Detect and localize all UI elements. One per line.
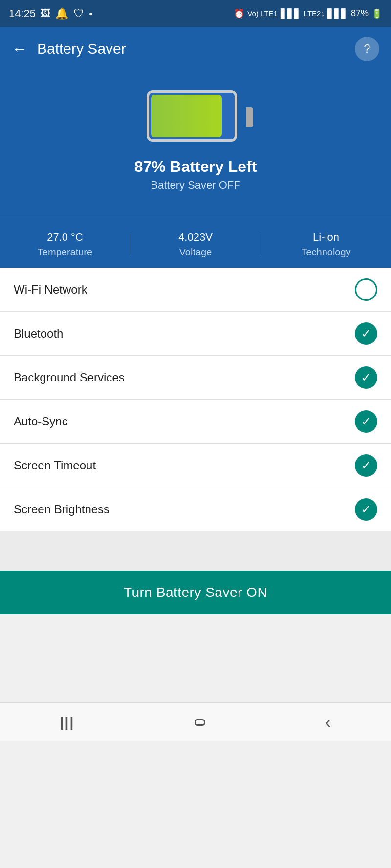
- alarm-icon: ⏰: [234, 8, 244, 19]
- bottom-spacer: [0, 614, 391, 702]
- voltage-value: 4.023V: [178, 231, 213, 244]
- battery-body: [147, 90, 237, 142]
- wifi-network-label: Wi-Fi Network: [14, 283, 87, 296]
- technology-stat: Li-ion Technology: [261, 231, 391, 258]
- status-bar-right: ⏰ Vo) LTE1 ▋▋▋ LTE2↕ ▋▋▋ 87% 🔋: [234, 8, 382, 19]
- back-button[interactable]: ←: [12, 40, 27, 58]
- screen-timeout-toggle[interactable]: ✓: [355, 454, 377, 477]
- auto-sync-item[interactable]: Auto-Sync ✓: [0, 400, 391, 444]
- battery-status-icon: 🔋: [371, 8, 382, 19]
- auto-sync-label: Auto-Sync: [14, 415, 68, 428]
- bluetooth-toggle[interactable]: ✓: [355, 322, 377, 345]
- wifi-network-item[interactable]: Wi-Fi Network: [0, 268, 391, 312]
- screen-timeout-item[interactable]: Screen Timeout ✓: [0, 444, 391, 487]
- bluetooth-label: Bluetooth: [14, 327, 63, 340]
- status-bar: 14:25 🖼 🔔 🛡 ● ⏰ Vo) LTE1 ▋▋▋ LTE2↕ ▋▋▋ 8…: [0, 0, 391, 27]
- signal-bars-icon: ▋▋▋: [281, 8, 301, 19]
- screen-brightness-item[interactable]: Screen Brightness ✓: [0, 487, 391, 531]
- page-title: Battery Saver: [37, 41, 126, 57]
- recent-apps-button[interactable]: |||: [60, 715, 75, 730]
- screen-brightness-toggle[interactable]: ✓: [355, 498, 377, 521]
- spacer-above-button: [0, 531, 391, 571]
- battery-percent-label: 87% Battery Left: [134, 158, 257, 176]
- battery-saver-status-label: Battery Saver OFF: [151, 179, 240, 191]
- stats-section: 27.0 °C Temperature 4.023V Voltage Li-io…: [0, 216, 391, 268]
- wifi-network-toggle[interactable]: [355, 278, 377, 301]
- nav-bar: ||| ‹: [0, 702, 391, 741]
- status-bar-left: 14:25 🖼 🔔 🛡 ●: [9, 7, 92, 20]
- signal-bars2-icon: ▋▋▋: [327, 8, 348, 19]
- background-services-toggle[interactable]: ✓: [355, 366, 377, 389]
- bluetooth-item[interactable]: Bluetooth ✓: [0, 312, 391, 356]
- voltage-label: Voltage: [179, 247, 212, 258]
- screen-brightness-label: Screen Brightness: [14, 503, 109, 516]
- shield-icon: 🛡: [73, 7, 84, 20]
- time-label: 14:25: [9, 7, 36, 20]
- image-icon: 🖼: [41, 8, 50, 19]
- battery-fill: [151, 95, 222, 137]
- battery-percent-status: 87%: [351, 8, 369, 19]
- temperature-value: 27.0 °C: [47, 231, 83, 244]
- back-nav-button[interactable]: ‹: [325, 712, 331, 733]
- home-button[interactable]: [195, 719, 205, 726]
- signal-lte2-label: LTE2↕: [304, 9, 325, 18]
- hero-section: 87% Battery Left Battery Saver OFF: [0, 71, 391, 216]
- technology-value: Li-ion: [313, 231, 339, 244]
- temperature-stat: 27.0 °C Temperature: [0, 231, 130, 258]
- technology-label: Technology: [301, 247, 350, 258]
- settings-list: Wi-Fi Network Bluetooth ✓ Background Ser…: [0, 268, 391, 531]
- notification-icon: 🔔: [55, 7, 68, 20]
- app-bar-left: ← Battery Saver: [12, 40, 126, 58]
- dot-icon: ●: [89, 10, 92, 17]
- app-bar: ← Battery Saver ?: [0, 27, 391, 71]
- screen-timeout-label: Screen Timeout: [14, 459, 96, 472]
- temperature-label: Temperature: [38, 247, 92, 258]
- battery-graphic: [147, 90, 244, 144]
- voltage-stat: 4.023V Voltage: [130, 231, 261, 258]
- background-services-item[interactable]: Background Services ✓: [0, 356, 391, 400]
- help-button[interactable]: ?: [355, 37, 379, 61]
- turn-battery-saver-on-button[interactable]: Turn Battery Saver ON: [0, 571, 391, 614]
- turn-on-button-label: Turn Battery Saver ON: [124, 585, 267, 600]
- battery-tip: [246, 107, 253, 127]
- signal-lte1-label: Vo) LTE1: [247, 9, 277, 18]
- auto-sync-toggle[interactable]: ✓: [355, 410, 377, 433]
- background-services-label: Background Services: [14, 371, 125, 384]
